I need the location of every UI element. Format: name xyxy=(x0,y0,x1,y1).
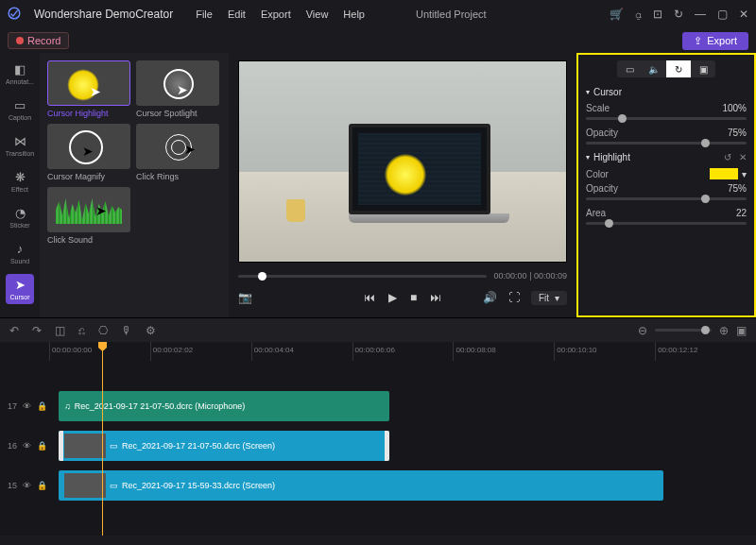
lock-icon[interactable]: 🔒 xyxy=(37,401,47,411)
sidebar-item-sticker[interactable]: ◔Sticker xyxy=(6,202,34,232)
track-video-1: 16👁🔒 ▭Rec_2021-09-17 21-07-50.dcrc (Scre… xyxy=(0,429,756,463)
reset-icon[interactable]: ↺ xyxy=(724,152,731,162)
preview-seek-bar[interactable] xyxy=(238,275,487,278)
screen-icon: ▭ xyxy=(110,441,118,451)
prop-tab-screen[interactable]: ▣ xyxy=(691,60,715,77)
volume-icon[interactable]: 🔊 xyxy=(483,291,497,304)
voice-icon[interactable]: 🎙 xyxy=(121,324,132,337)
main-menu: File Edit Export View Help xyxy=(196,9,365,20)
prop-tab-audio[interactable]: 🔈 xyxy=(642,60,666,77)
left-sidebar: ◧Annotat... ▭Caption ⋈Transition ❋Effect… xyxy=(0,53,40,317)
preview-time: 00:00:00 | 00:00:09 xyxy=(494,271,567,281)
sidebar-item-effect[interactable]: ❋Effect xyxy=(6,166,34,196)
effect-click-sound[interactable]: ➤Click Sound xyxy=(47,187,130,245)
scale-slider[interactable] xyxy=(586,117,747,120)
music-icon: ♫ xyxy=(64,401,71,411)
playhead[interactable] xyxy=(102,342,103,536)
stop-icon[interactable]: ■ xyxy=(410,291,417,304)
zoom-fit-icon[interactable]: ▣ xyxy=(736,324,747,337)
upload-icon: ⇪ xyxy=(694,35,702,47)
account-icon[interactable]: ⍶ xyxy=(635,8,642,21)
eye-icon[interactable]: 👁 xyxy=(23,401,31,411)
highlight-section-header[interactable]: Highlight↺✕ xyxy=(586,152,747,162)
redo-icon[interactable]: ↷ xyxy=(32,324,42,337)
effect-icon: ❋ xyxy=(15,170,26,184)
screen-icon: ▣ xyxy=(699,64,708,75)
cursor-tab-icon: ↻ xyxy=(675,64,682,75)
lock-icon[interactable]: 🔒 xyxy=(37,481,47,490)
highlight-opacity-value: 75% xyxy=(728,183,747,194)
crop-icon[interactable]: ◫ xyxy=(55,324,65,337)
menu-view[interactable]: View xyxy=(306,9,329,20)
audio-clip[interactable]: ♫Rec_2021-09-17 21-07-50.dcrc (Microphon… xyxy=(59,391,389,421)
scale-value: 100% xyxy=(722,103,747,113)
menu-file[interactable]: File xyxy=(196,9,213,20)
sidebar-item-caption[interactable]: ▭Caption xyxy=(6,94,34,125)
prop-tab-video[interactable]: ▭ xyxy=(617,60,642,77)
audio-icon: 🔈 xyxy=(648,64,660,75)
sound-icon: ♪ xyxy=(17,242,24,256)
cursor-section-header[interactable]: Cursor xyxy=(586,87,747,97)
zoom-in-icon[interactable]: ⊕ xyxy=(719,324,729,337)
effect-cursor-highlight[interactable]: ➤Cursor Highlight xyxy=(47,60,130,118)
sidebar-item-cursor[interactable]: ➤Cursor xyxy=(6,274,34,304)
help-icon[interactable]: ↻ xyxy=(674,8,683,21)
undo-icon[interactable]: ↶ xyxy=(9,324,19,337)
effect-click-rings[interactable]: ➤Click Rings xyxy=(136,124,219,181)
timeline-ruler[interactable]: 00:00:00:0000:00:02:0200:00:04:0400:00:0… xyxy=(49,342,756,361)
chevron-down-icon: ▾ xyxy=(555,293,559,303)
app-name: Wondershare DemoCreator xyxy=(34,8,173,21)
video-icon: ▭ xyxy=(626,64,634,75)
highlight-opacity-slider[interactable] xyxy=(586,197,747,200)
preview-video[interactable] xyxy=(238,60,567,263)
effects-library: ➤Cursor Highlight ➤Cursor Spotlight ➤Cur… xyxy=(40,53,229,317)
menu-edit[interactable]: Edit xyxy=(228,9,246,20)
sidebar-item-sound[interactable]: ♪Sound xyxy=(6,238,34,268)
minimize-icon[interactable]: — xyxy=(695,8,706,21)
caption-icon: ▭ xyxy=(14,98,26,112)
menu-export[interactable]: Export xyxy=(261,9,291,20)
video-clip-1[interactable]: ▭Rec_2021-09-17 21-07-50.dcrc (Screen) xyxy=(59,431,389,461)
lock-icon[interactable]: 🔒 xyxy=(37,441,47,451)
prop-tab-cursor[interactable]: ↻ xyxy=(666,60,691,77)
fullscreen-icon[interactable]: ⛶ xyxy=(508,291,520,304)
snapshot-icon[interactable]: 📷 xyxy=(238,291,252,304)
split-icon[interactable]: ⎌ xyxy=(78,324,85,337)
eye-icon[interactable]: 👁 xyxy=(23,441,31,451)
effect-cursor-spotlight[interactable]: ➤Cursor Spotlight xyxy=(136,60,219,118)
settings-icon[interactable]: ⚙ xyxy=(146,324,156,337)
eye-icon[interactable]: 👁 xyxy=(23,481,31,490)
next-icon[interactable]: ⏭ xyxy=(430,291,441,304)
area-slider[interactable] xyxy=(586,222,747,225)
preview-panel: 00:00:00 | 00:00:09 📷 ⏮ ▶ ■ ⏭ 🔊 ⛶ Fit▾ xyxy=(229,53,576,317)
zoom-out-icon[interactable]: ⊖ xyxy=(638,324,647,337)
remove-icon[interactable]: ✕ xyxy=(739,152,747,162)
close-icon[interactable]: ✕ xyxy=(739,8,748,21)
chevron-down-icon: ▾ xyxy=(742,169,747,179)
menu-help[interactable]: Help xyxy=(343,9,365,20)
export-button[interactable]: ⇪Export xyxy=(682,32,748,50)
notify-icon[interactable]: ⊡ xyxy=(653,8,662,21)
opacity-slider[interactable] xyxy=(586,142,747,145)
sidebar-item-transition[interactable]: ⋈Transition xyxy=(6,130,34,161)
project-title: Untitled Project xyxy=(416,9,487,20)
track-audio: 17👁🔒 ♫Rec_2021-09-17 21-07-50.dcrc (Micr… xyxy=(0,389,756,423)
properties-panel: ▭ 🔈 ↻ ▣ Cursor Scale100% Opacity75% High… xyxy=(576,53,756,317)
sidebar-item-annotation[interactable]: ◧Annotat... xyxy=(6,59,34,89)
zoom-slider[interactable] xyxy=(655,329,712,332)
sticker-icon: ◔ xyxy=(15,206,26,220)
color-picker[interactable]: ▾ xyxy=(710,168,747,179)
prev-icon[interactable]: ⏮ xyxy=(364,291,375,304)
fit-dropdown[interactable]: Fit▾ xyxy=(531,291,567,305)
cart-icon[interactable]: 🛒 xyxy=(610,8,624,21)
marker-icon[interactable]: ⎔ xyxy=(98,324,108,337)
record-button[interactable]: Record xyxy=(8,32,69,49)
opacity-value: 75% xyxy=(728,128,747,138)
screen-icon: ▭ xyxy=(110,481,118,490)
play-icon[interactable]: ▶ xyxy=(388,291,397,304)
timeline: 00:00:00:0000:00:02:0200:00:04:0400:00:0… xyxy=(0,342,756,536)
maximize-icon[interactable]: ▢ xyxy=(717,8,728,21)
effect-cursor-magnify[interactable]: ➤Cursor Magnify xyxy=(47,124,130,181)
timeline-toolbar: ↶ ↷ ◫ ⎌ ⎔ 🎙 ⚙ ⊖ ⊕ ▣ xyxy=(0,317,756,342)
video-clip-2[interactable]: ▭Rec_2021-09-17 15-59-33.dcrc (Screen) xyxy=(59,470,663,501)
